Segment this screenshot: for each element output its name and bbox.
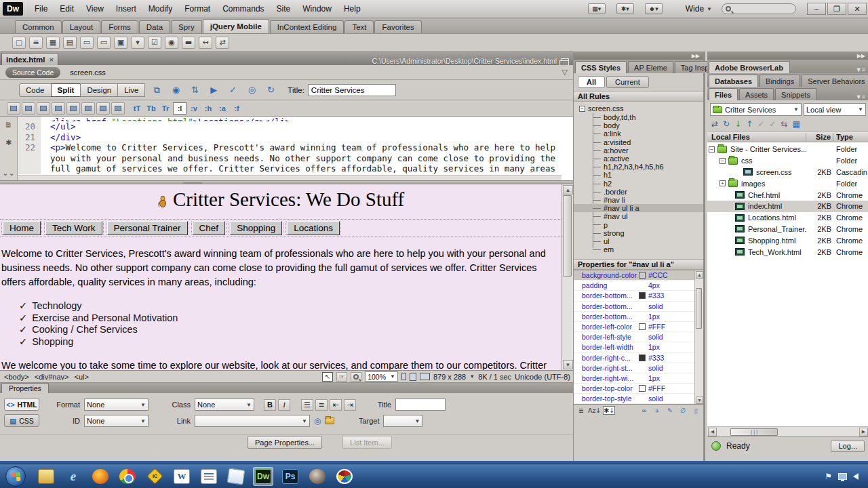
- italic-button[interactable]: I: [278, 399, 290, 411]
- collapse-panels-icon[interactable]: ▶▶: [707, 52, 868, 60]
- screen.css[interactable]: screen.css 2KB Cascadin: [707, 167, 868, 178]
- menu-item[interactable]: View: [80, 0, 110, 18]
- panel-tab[interactable]: AP Eleme: [628, 61, 673, 73]
- refresh-icon[interactable]: ↻: [723, 119, 730, 129]
- style-toggle-button[interactable]: :l: [173, 102, 186, 115]
- refresh-icon[interactable]: ↻: [263, 83, 278, 97]
- menu-item[interactable]: Help: [338, 0, 367, 18]
- Site - Critter Services...[interactable]: − Site - Critter Services... Folder: [707, 144, 868, 155]
- border-left-style[interactable]: border-left-style solid: [574, 332, 703, 342]
- password-input-icon[interactable]: ▭: [97, 37, 111, 49]
- check-in-icon[interactable]: ✓: [769, 119, 776, 129]
- screen-media-icon[interactable]: [7, 102, 20, 115]
- filter-related-files-icon[interactable]: ▽: [562, 68, 568, 77]
- css-rule-item[interactable]: a:hover: [574, 146, 703, 155]
- put-files-icon[interactable]: ↑: [746, 119, 753, 129]
- menu-item[interactable]: Edit: [54, 0, 80, 18]
- images[interactable]: + images Folder: [707, 178, 868, 189]
- border-bottom...[interactable]: border-bottom... 1px: [574, 312, 703, 322]
- panel-menu-icon[interactable]: ▼≡: [852, 66, 868, 73]
- open-documents-icon[interactable]: 🗎: [5, 121, 12, 129]
- css-rule-item[interactable]: ul: [574, 237, 703, 245]
- taskbar-firefox[interactable]: [90, 467, 111, 486]
- border-right-wi...[interactable]: border-right-wi... 1px: [574, 373, 703, 384]
- expand-icon[interactable]: ▦: [792, 119, 800, 129]
- taskbar-notepad[interactable]: [226, 467, 246, 486]
- taskbar-dreamweaver[interactable]: Dw: [253, 467, 273, 486]
- nav-link[interactable]: Personal Trainer: [107, 221, 188, 235]
- collapse-icon[interactable]: −: [579, 106, 585, 112]
- document-tab[interactable]: index.html ×: [1, 53, 58, 65]
- css-mode-button[interactable]: ▤CSS: [4, 414, 39, 427]
- expand-icon[interactable]: −: [709, 146, 715, 152]
- desktop-size-icon[interactable]: [420, 373, 430, 380]
- connect-icon[interactable]: ⇄: [711, 119, 718, 129]
- delete-css-rule-icon[interactable]: ▯: [691, 406, 701, 415]
- browse-for-file-icon[interactable]: [325, 418, 334, 424]
- menu-item[interactable]: Commands: [216, 0, 270, 18]
- select-menu-icon[interactable]: ▾: [131, 37, 144, 49]
- window-size-value[interactable]: 879 x 288: [433, 373, 466, 381]
- collapsible-block-icon[interactable]: ▤: [63, 37, 77, 49]
- source-code-button[interactable]: Source Code: [5, 67, 60, 78]
- scroll-down-icon[interactable]: ▼: [563, 360, 573, 369]
- radio-button-icon[interactable]: ◉: [165, 37, 178, 49]
- collapse-tag-icon[interactable]: ✱: [5, 138, 12, 147]
- data-panel-tab[interactable]: Databases: [709, 75, 758, 87]
- menu-item[interactable]: Site: [271, 0, 297, 18]
- class-select[interactable]: None▼: [195, 399, 254, 411]
- style-toggle-button[interactable]: :a: [216, 102, 229, 115]
- hand-tool-icon[interactable]: ☞: [336, 372, 347, 382]
- taskbar-photoshop[interactable]: Ps: [280, 467, 300, 486]
- button-icon[interactable]: ▬: [182, 37, 195, 49]
- view-mode-button[interactable]: Code: [19, 83, 52, 97]
- border-left-color[interactable]: border-left-color #FFF: [574, 322, 703, 332]
- index.html[interactable]: index.html 2KB Chrome: [707, 201, 868, 212]
- document-title-input[interactable]: [308, 84, 396, 96]
- id-select[interactable]: None▼: [84, 415, 149, 427]
- current-rules-button[interactable]: Current: [606, 76, 649, 88]
- page-icon[interactable]: ▢: [12, 37, 26, 49]
- list-item-button[interactable]: List Item...: [342, 436, 392, 449]
- border-bottom...[interactable]: border-bottom... solid: [574, 302, 703, 312]
- css-rule-item[interactable]: h2: [574, 180, 703, 188]
- select-tool-icon[interactable]: ↖: [322, 372, 333, 382]
- tty-media-icon[interactable]: [66, 102, 80, 115]
- flip-toggle-icon[interactable]: ⇄: [216, 37, 229, 49]
- padding[interactable]: padding 4px: [574, 281, 703, 291]
- files-horizontal-scrollbar[interactable]: ◀ ∣∣∣ ▶: [707, 427, 868, 437]
- attach-stylesheet-icon[interactable]: ∞: [639, 406, 649, 415]
- indent-icon[interactable]: ⇥: [344, 399, 356, 411]
- insert-category-tab[interactable]: Common: [15, 20, 62, 33]
- style-toggle-button[interactable]: :h: [201, 102, 215, 115]
- start-button[interactable]: [5, 466, 26, 487]
- Personal_Trainer...[interactable]: Personal_Trainer... 2KB Chrome: [707, 224, 868, 235]
- insert-category-tab[interactable]: Layout: [62, 20, 101, 33]
- design-time-css-icon[interactable]: [111, 102, 125, 115]
- nav-link[interactable]: Home: [3, 221, 41, 235]
- collapse-panels-icon[interactable]: ▶▶: [574, 52, 703, 60]
- sharing-icon[interactable]: ☻▾: [645, 3, 663, 14]
- extend-gear-icon[interactable]: ✱▾: [616, 3, 634, 14]
- border-right-c...[interactable]: border-right-c... #333: [574, 353, 703, 363]
- close-tab-icon[interactable]: ×: [50, 56, 54, 64]
- data-panel-tab[interactable]: Bindings: [760, 75, 800, 87]
- check-out-icon[interactable]: ✓: [757, 119, 764, 129]
- view-mode-button[interactable]: Design: [80, 83, 118, 97]
- live-view-options-icon[interactable]: ▶: [206, 83, 221, 97]
- taskbar-internet-explorer[interactable]: e: [63, 467, 83, 486]
- tag-selector-item[interactable]: <div#nav>: [35, 373, 69, 381]
- tag-selector-item[interactable]: <ul>: [74, 373, 88, 381]
- css[interactable]: − css Folder: [707, 155, 868, 167]
- properties-scrollbar[interactable]: ▲ ▼: [694, 270, 703, 404]
- action-center-flag-icon[interactable]: ⚑: [825, 472, 832, 481]
- border-left-width[interactable]: border-left-width 1px: [574, 342, 703, 352]
- tag-selector-item[interactable]: <body>: [4, 373, 29, 381]
- style-toggle-button[interactable]: Tb: [144, 102, 158, 115]
- Tech_Work.html[interactable]: Tech_Work.html 2KB Chrome: [707, 246, 868, 258]
- text-input-icon[interactable]: ▭: [80, 37, 94, 49]
- css-rule-item[interactable]: body,td,th: [574, 113, 703, 121]
- unordered-list-icon[interactable]: ☰: [301, 399, 313, 411]
- checkbox-icon[interactable]: ☑: [148, 37, 161, 49]
- multiscreen-preview-icon[interactable]: ⧉: [149, 83, 164, 97]
